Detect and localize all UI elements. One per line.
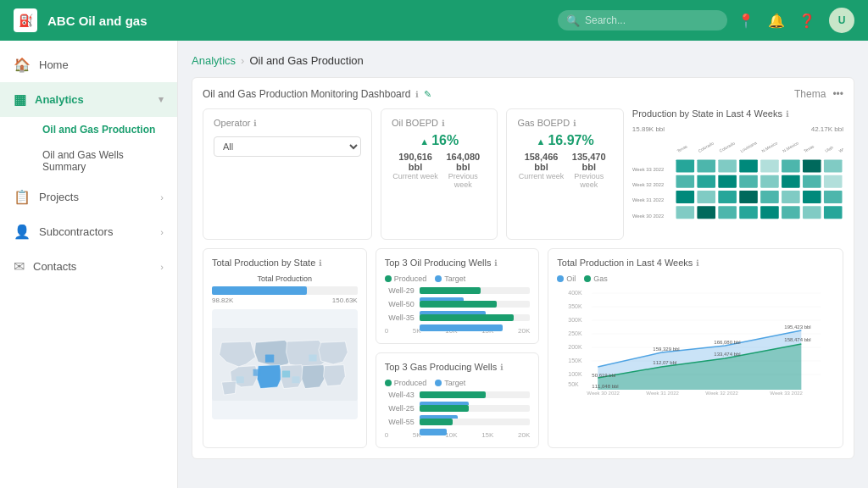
dashboard-card: Oil and Gas Production Monitoring Dashbo… — [192, 77, 854, 459]
svg-text:50,619 bbl: 50,619 bbl — [593, 373, 616, 378]
svg-rect-39 — [718, 206, 737, 219]
target-dot — [435, 275, 442, 282]
svg-text:Texas: Texas — [803, 143, 815, 153]
top3-oil-info[interactable]: ℹ — [494, 258, 498, 268]
oil-well-row-2: Well-50 — [385, 300, 531, 308]
operator-label: Operator ℹ — [214, 118, 361, 128]
svg-text:100K: 100K — [569, 371, 583, 377]
oil-wells-legend: Produced Target — [385, 274, 531, 283]
top3-oil-panel: Top 3 Oil Producing Wells ℹ Produced Tar… — [376, 248, 540, 344]
oil-well3-produced — [420, 314, 514, 321]
sidebar-contacts-label: Contacts — [33, 260, 76, 273]
svg-rect-26 — [782, 175, 800, 188]
sidebar-item-contacts[interactable]: ✉ Contacts › — [0, 249, 177, 284]
oil-produced-legend: Produced — [385, 274, 427, 283]
content-grid: Total Production by State ℹ Total Produc… — [203, 248, 843, 448]
svg-rect-34 — [782, 191, 800, 203]
svg-rect-23 — [718, 175, 737, 188]
sidebar: 🏠 Home ▦ Analytics ▾ Oil and Gas Product… — [0, 41, 178, 488]
top3-gas-info[interactable]: ℹ — [500, 363, 504, 372]
breadcrumb-separator: › — [241, 54, 244, 67]
heatmap-info-icon[interactable]: ℹ — [786, 109, 789, 119]
svg-text:158,474 bbl: 158,474 bbl — [785, 337, 811, 342]
svg-rect-28 — [824, 175, 843, 188]
heatmap-min: 15.89K bbl — [632, 125, 665, 133]
gas-well3-target — [420, 429, 448, 435]
help-icon[interactable]: ❓ — [798, 13, 815, 29]
theme-label: Thema — [794, 88, 826, 100]
gas-well-row-1: Well-43 — [385, 391, 531, 399]
operator-info-icon[interactable]: ℹ — [253, 119, 257, 128]
production-state-heatmap: Production by State in Last 4 Weeks ℹ 15… — [632, 108, 843, 240]
svg-text:200K: 200K — [569, 344, 583, 350]
app-header: ⛽ ABC Oil and gas 🔍 📍 🔔 ❓ U — [0, 0, 868, 41]
total-prod-bar: Total Production 98.82K 150.63K — [212, 274, 358, 304]
sidebar-home-label: Home — [39, 58, 69, 71]
subnav-oil-gas-wells[interactable]: Oil and Gas Wells Summary — [34, 142, 177, 180]
svg-text:Week 31 2022: Week 31 2022 — [647, 391, 680, 396]
notification-icon[interactable]: 🔔 — [768, 13, 785, 29]
svg-text:Week 32 2022: Week 32 2022 — [632, 182, 664, 187]
operator-select[interactable]: All — [214, 136, 361, 157]
header-icons: 📍 🔔 ❓ U — [737, 8, 854, 33]
location-icon[interactable]: 📍 — [737, 13, 754, 29]
top3-oil-title: Top 3 Oil Producing Wells ℹ — [385, 258, 531, 268]
svg-rect-19 — [803, 159, 821, 172]
svg-text:N.Mexico: N.Mexico — [760, 140, 778, 153]
gas-area-legend: Gas — [584, 274, 608, 283]
oil-well2-produced — [420, 301, 497, 308]
us-map-svg — [212, 309, 358, 419]
svg-rect-42 — [782, 206, 800, 219]
svg-rect-41 — [760, 206, 779, 219]
svg-marker-51 — [257, 365, 282, 389]
svg-rect-27 — [803, 175, 821, 188]
us-map — [212, 309, 358, 419]
analytics-arrow: ▾ — [159, 94, 164, 105]
svg-text:250K: 250K — [569, 330, 583, 336]
svg-rect-16 — [739, 159, 758, 172]
svg-marker-55 — [221, 381, 236, 395]
total-prod-state-title: Total Production by State ℹ — [212, 258, 358, 268]
sidebar-item-home[interactable]: 🏠 Home — [0, 47, 177, 82]
gas-well-row-3: Well-55 — [385, 418, 531, 426]
area-chart-svg: 400K 350K 300K 250K 200K 150K 100K 50K — [557, 286, 834, 396]
breadcrumb: Analytics › Oil and Gas Production — [192, 54, 854, 67]
total-prod-fill — [212, 286, 307, 295]
gas-wells-legend: Produced Target — [385, 379, 531, 387]
gas-wells-chart: Well-43 Well-25 — [385, 391, 531, 426]
oil-boepd-kpi: Oil BOEPD ℹ 16% 190,616 bbl Current week… — [381, 108, 498, 240]
analytics-subnav: Oil and Gas Production Oil and Gas Wells… — [0, 117, 177, 180]
svg-text:Week 31 2022: Week 31 2022 — [632, 197, 664, 202]
dashboard-edit-icon[interactable]: ✎ — [424, 89, 431, 100]
svg-rect-38 — [697, 206, 715, 219]
gas-info-icon[interactable]: ℹ — [573, 119, 576, 128]
total-production-4weeks-panel: Total Production in Last 4 Weeks ℹ Oil G… — [548, 248, 843, 448]
app-logo: ⛽ — [14, 8, 37, 32]
breadcrumb-analytics[interactable]: Analytics — [192, 54, 236, 67]
user-avatar[interactable]: U — [829, 8, 854, 33]
svg-text:159,329 bbl: 159,329 bbl — [654, 347, 680, 352]
total-prod-info[interactable]: ℹ — [319, 258, 322, 268]
svg-rect-30 — [697, 191, 715, 203]
oil-values: 190,616 bbl Current week 164,080 bbl Pre… — [392, 152, 487, 189]
dashboard-info-icon[interactable]: ℹ — [415, 90, 419, 99]
sidebar-item-subcontractors[interactable]: 👤 Subcontractors › — [0, 214, 177, 249]
total-prod-4weeks-info[interactable]: ℹ — [696, 258, 699, 268]
search-input[interactable] — [558, 10, 727, 30]
dashboard-actions: Thema ••• — [794, 88, 843, 100]
svg-text:Week 32 2022: Week 32 2022 — [706, 391, 739, 396]
oil-info-icon[interactable]: ℹ — [442, 119, 445, 128]
sidebar-item-analytics[interactable]: ▦ Analytics ▾ — [0, 82, 177, 117]
subnav-oil-gas-production[interactable]: Oil and Gas Production — [34, 117, 177, 142]
total-prod-track — [212, 286, 358, 295]
gas-boepd-label: Gas BOEPD ℹ — [517, 118, 612, 128]
sidebar-item-projects[interactable]: 📋 Projects › — [0, 180, 177, 214]
top3-gas-title: Top 3 Gas Producing Wells ℹ — [385, 362, 531, 372]
svg-text:Colorado: Colorado — [697, 141, 715, 153]
svg-text:195,423 bbl: 195,423 bbl — [785, 324, 811, 330]
more-options-icon[interactable]: ••• — [832, 88, 843, 100]
heatmap-max: 42.17K bbl — [811, 125, 843, 133]
svg-rect-56 — [265, 355, 274, 363]
wells-panels: Top 3 Oil Producing Wells ℹ Produced Tar… — [376, 248, 540, 448]
heatmap-range: 15.89K bbl 42.17K bbl — [632, 125, 843, 133]
